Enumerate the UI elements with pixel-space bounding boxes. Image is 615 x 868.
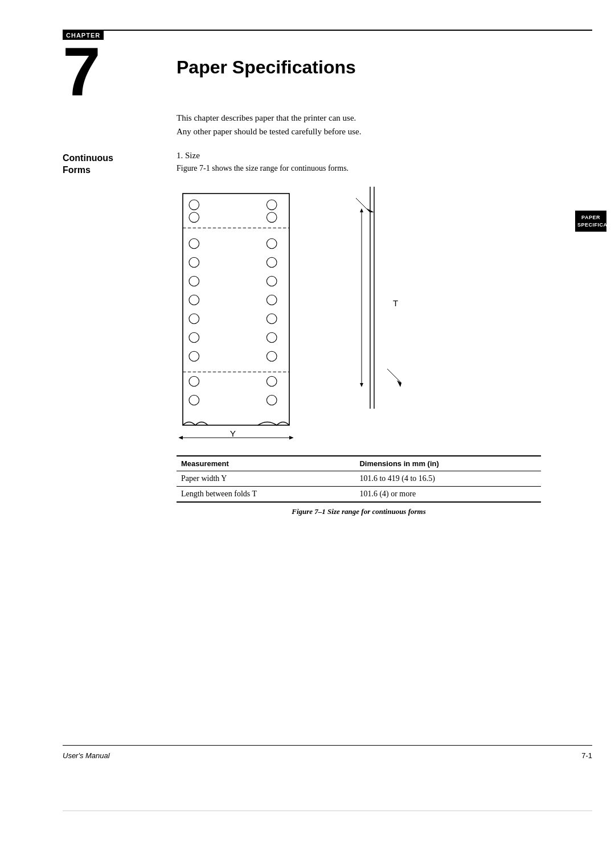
table-row: Length between folds T 101.6 (4) or more	[177, 487, 541, 503]
svg-point-16	[189, 332, 199, 343]
svg-point-10	[189, 276, 199, 286]
intro-line2: Any other paper should be tested careful…	[177, 125, 361, 138]
footer-right: 7-1	[581, 751, 592, 760]
table-cell-dimension-1: 101.6 to 419 (4 to 16.5)	[355, 471, 541, 487]
svg-point-5	[266, 212, 277, 223]
svg-text:T: T	[393, 298, 398, 308]
table-cell-dimension-2: 101.6 (4) or more	[355, 487, 541, 503]
table-row: Paper width Y 101.6 to 419 (4 to 16.5)	[177, 471, 541, 487]
svg-marker-34	[397, 380, 401, 387]
intro-text: This chapter describes paper that the pr…	[177, 111, 361, 138]
svg-line-33	[387, 369, 401, 383]
right-tab: PAPER SPECIFICATIONS	[575, 211, 606, 232]
sidebar-section-label: ContinuousForms	[63, 153, 157, 176]
svg-point-1	[189, 200, 199, 210]
bottom-deco	[63, 811, 592, 811]
footer-left: User's Manual	[63, 751, 110, 760]
paper-shape-diagram: T	[319, 181, 433, 420]
svg-point-18	[189, 351, 199, 361]
chapter-number: 7	[63, 37, 137, 105]
figure-caption: Figure 7–1 Size range for continuous for…	[177, 507, 541, 516]
svg-marker-26	[178, 436, 183, 440]
figure-area: Y T	[177, 181, 541, 444]
svg-point-17	[266, 332, 277, 343]
svg-point-9	[266, 257, 277, 268]
right-tab-line1: PAPER	[577, 214, 604, 221]
footer-rule	[63, 745, 592, 746]
chapter-block: CHAPTER 7	[63, 30, 137, 105]
svg-point-24	[266, 395, 277, 405]
page-title: Paper Specifications	[177, 57, 356, 78]
svg-marker-38	[360, 383, 363, 387]
top-rule	[63, 30, 592, 31]
svg-point-23	[189, 395, 199, 405]
intro-line1: This chapter describes paper that the pr…	[177, 111, 361, 125]
svg-point-21	[189, 376, 199, 386]
table-cell-measurement-2: Length between folds T	[177, 487, 355, 503]
right-tab-line2: SPECIFICATIONS	[577, 221, 604, 229]
svg-text:Y: Y	[230, 429, 236, 438]
section-number: 1. Size	[177, 151, 541, 161]
table-header-dimensions: Dimensions in mm (in)	[355, 456, 541, 471]
svg-point-11	[266, 276, 277, 286]
svg-marker-27	[289, 436, 294, 440]
svg-line-31	[356, 198, 370, 212]
svg-point-22	[266, 376, 277, 386]
svg-point-13	[266, 295, 277, 305]
continuous-form-diagram: Y	[177, 181, 302, 444]
svg-point-7	[266, 238, 277, 249]
table-cell-measurement-1: Paper width Y	[177, 471, 355, 487]
table-header-measurement: Measurement	[177, 456, 355, 471]
spec-table: Measurement Dimensions in mm (in) Paper …	[177, 455, 541, 503]
svg-point-4	[189, 212, 199, 223]
section-content: 1. Size Figure 7-1 shows the size range …	[177, 151, 541, 533]
svg-marker-37	[360, 208, 363, 212]
svg-point-8	[189, 257, 199, 268]
svg-point-14	[189, 314, 199, 324]
svg-point-19	[266, 351, 277, 361]
svg-point-2	[266, 200, 277, 210]
svg-point-12	[189, 295, 199, 305]
svg-point-15	[266, 314, 277, 324]
figure-intro: Figure 7-1 shows the size range for cont…	[177, 164, 541, 173]
svg-point-6	[189, 238, 199, 249]
